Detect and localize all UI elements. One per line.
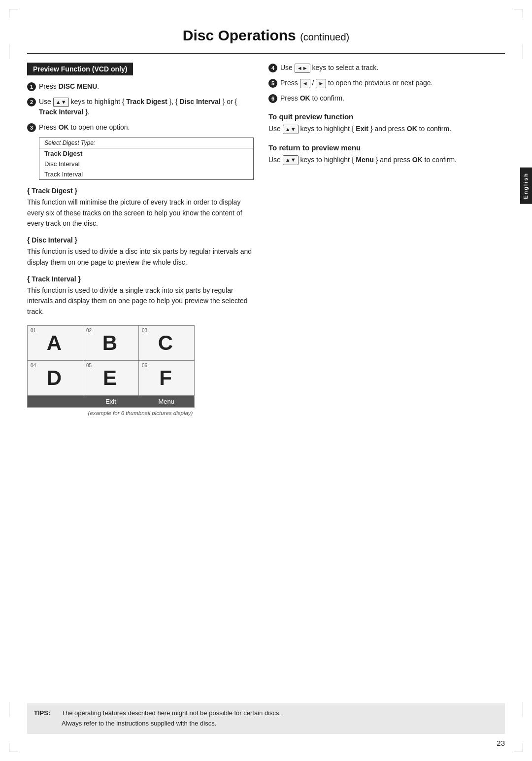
thumb-footer: Exit Menu: [28, 396, 194, 407]
title-continued: (continued): [300, 32, 349, 42]
corner-mark-tr: [514, 9, 523, 18]
disc-interval-body: This function is used to divide a disc i…: [27, 246, 254, 268]
content-wrapper: Disc Operations (continued) Preview Func…: [27, 27, 505, 734]
step-3-text: Press OK to open one option.: [39, 122, 254, 133]
side-mark-right-top: [523, 44, 523, 59]
thumb-letter-e: E: [103, 368, 117, 388]
tips-text: The operating features described here mi…: [62, 708, 498, 729]
track-digest-header: { Track Digest }: [27, 187, 254, 195]
step-6-number: 6: [268, 94, 277, 103]
digest-type-box: Select Digest Type: Track Digest Disc In…: [39, 138, 254, 180]
return-preview-body: Use ▲▼ keys to highlight { Menu } and pr…: [268, 155, 505, 166]
right-step-4: 4 Use ◄► keys to select a track.: [268, 63, 505, 73]
ud-arrow-keys-icon-return: ▲▼: [283, 155, 299, 165]
corner-mark-bl: [9, 743, 18, 752]
page-title: Disc Operations (continued): [27, 27, 505, 44]
next-key-icon: ►: [316, 79, 326, 89]
step-1-number: 1: [27, 82, 36, 91]
thumb-row-2: 04 D 05 E 06 F: [28, 361, 194, 396]
right-column: 4 Use ◄► keys to select a track. 5 Press…: [268, 63, 505, 416]
arrow-keys-icon: ▲▼: [53, 98, 69, 107]
right-step-6: 6 Press OK to confirm.: [268, 93, 505, 104]
thumb-letter-c: C: [158, 333, 173, 353]
thumb-footer-menu: Menu: [138, 396, 194, 407]
thumb-letter-d: D: [47, 368, 62, 388]
left-column: Preview Function (VCD only) 1 Press DISC…: [27, 63, 254, 416]
digest-item-track-interval: Track Interval: [39, 169, 253, 179]
side-mark-left-top: [9, 44, 9, 59]
thumb-num-03: 03: [142, 328, 147, 333]
thumbnail-grid: 01 A 02 B 03 C 04 D: [27, 325, 195, 408]
english-tab: English: [520, 168, 532, 204]
corner-mark-tl: [9, 9, 18, 18]
tips-line1: The operating features described here mi…: [62, 709, 281, 717]
quit-preview-body: Use ▲▼ keys to highlight { Exit } and pr…: [268, 124, 505, 135]
thumb-letter-b: B: [102, 333, 117, 353]
title-rule: [27, 53, 505, 54]
two-column-layout: Preview Function (VCD only) 1 Press DISC…: [27, 63, 505, 416]
thumb-row-1: 01 A 02 B 03 C: [28, 326, 194, 361]
thumb-cell-f: 06 F: [139, 361, 194, 395]
step-2: 2 Use ▲▼ keys to highlight { Track Diges…: [27, 97, 254, 117]
step-2-number: 2: [27, 98, 36, 106]
side-mark-right-bot: [523, 702, 523, 717]
thumb-letter-a: A: [47, 333, 62, 353]
step-3-number: 3: [27, 123, 36, 132]
thumb-num-01: 01: [31, 328, 36, 333]
step-2-text: Use ▲▼ keys to highlight { Track Digest …: [39, 97, 254, 117]
step-1: 1 Press DISC MENU.: [27, 81, 254, 92]
thumb-letter-f: F: [159, 368, 172, 388]
step-5-number: 5: [268, 79, 277, 88]
disc-interval-header: { Disc Interval }: [27, 236, 254, 244]
thumb-footer-empty: [28, 396, 83, 407]
right-step-5: 5 Press ◄ / ► to open the previous or ne…: [268, 78, 505, 88]
thumb-num-02: 02: [86, 328, 92, 333]
thumb-caption: (example for 6 thumbnail pictures displa…: [27, 410, 254, 416]
thumb-cell-c: 03 C: [139, 326, 194, 360]
track-interval-header: { Track Interval }: [27, 275, 254, 283]
track-interval-body: This function is used to divide a single…: [27, 285, 254, 317]
digest-box-header: Select Digest Type:: [39, 138, 253, 148]
thumb-cell-e: 05 E: [83, 361, 139, 395]
digest-item-disc-interval: Disc Interval: [39, 159, 253, 169]
step-6-text: Press OK to confirm.: [280, 93, 505, 104]
step-4-number: 4: [268, 64, 277, 72]
thumb-num-06: 06: [142, 363, 147, 368]
digest-item-track-digest: Track Digest: [39, 148, 253, 159]
step-3: 3 Press OK to open one option.: [27, 122, 254, 133]
step-5-text: Press ◄ / ► to open the previous or next…: [280, 78, 505, 88]
thumb-cell-a: 01 A: [28, 326, 83, 360]
lr-arrow-keys-icon: ◄►: [295, 64, 310, 73]
tips-label: TIPS:: [34, 708, 55, 729]
preview-function-header: Preview Function (VCD only): [27, 63, 133, 75]
thumb-cell-d: 04 D: [28, 361, 83, 395]
thumb-cell-b: 02 B: [83, 326, 139, 360]
thumb-num-05: 05: [86, 363, 92, 368]
thumb-num-04: 04: [31, 363, 36, 368]
tips-line2: Always refer to the instructions supplie…: [62, 720, 216, 727]
return-preview-title: To return to preview menu: [268, 143, 505, 152]
title-main: Disc Operations: [183, 27, 296, 43]
step-1-text: Press DISC MENU.: [39, 81, 254, 92]
quit-preview-title: To quit preview function: [268, 112, 505, 121]
thumb-footer-exit: Exit: [83, 396, 139, 407]
track-digest-body: This function will minimise the picture …: [27, 197, 254, 229]
side-mark-left-bot: [9, 702, 9, 717]
tips-bar: TIPS: The operating features described h…: [27, 703, 505, 734]
corner-mark-br: [514, 743, 523, 752]
step-4-text: Use ◄► keys to select a track.: [280, 63, 505, 73]
page-number: 23: [497, 739, 505, 747]
prev-key-icon: ◄: [300, 79, 310, 89]
ud-arrow-keys-icon-quit: ▲▼: [283, 125, 299, 135]
